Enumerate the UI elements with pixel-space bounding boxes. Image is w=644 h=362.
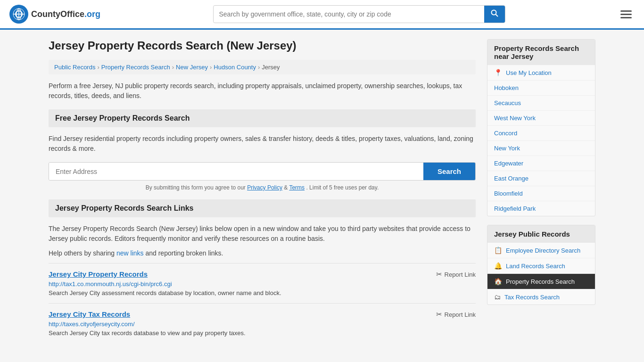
breadcrumb-property-records-search[interactable]: Property Records Search	[101, 64, 170, 71]
jersey-city-tax-records-link[interactable]: Jersey City Tax Records	[49, 310, 130, 318]
free-search-section-header: Free Jersey Property Records Search	[49, 109, 476, 127]
sidebar-public-records-header: Jersey Public Records	[487, 225, 595, 243]
sidebar-nearby-header: Property Records Search near Jersey	[487, 40, 595, 65]
jersey-city-property-records-link[interactable]: Jersey City Property Records	[49, 270, 148, 278]
privacy-policy-link[interactable]: Privacy Policy	[247, 184, 282, 191]
sidebar-item-land-records[interactable]: 🔔 Land Records Search	[487, 258, 595, 274]
main-container: Jersey Property Records Search (New Jers…	[39, 30, 605, 353]
global-search-button[interactable]	[484, 6, 505, 23]
link-desc-2: Search Jersey City tax records database …	[49, 329, 476, 337]
report-link-2[interactable]: ✂ Report Link	[436, 310, 476, 319]
land-records-icon: 🔔	[494, 262, 502, 270]
link-title-1: Jersey City Property Records	[49, 270, 148, 278]
free-search-description: Find Jersey residential property records…	[49, 134, 476, 154]
links-description-1: The Jersey Property Records Search (New …	[49, 224, 476, 244]
address-search-form: Search	[49, 162, 476, 181]
link-item: Jersey City Property Records ✂ Report Li…	[49, 263, 476, 303]
page-title: Jersey Property Records Search (New Jers…	[49, 39, 476, 52]
sidebar-item-new-york[interactable]: New York	[487, 141, 595, 156]
links-description-2: Help others by sharing new links and rep…	[49, 248, 476, 258]
sidebar-item-secaucus[interactable]: Secaucus	[487, 96, 595, 111]
page-description: Perform a free Jersey, NJ public propert…	[49, 81, 476, 101]
sidebar-public-records-section: Jersey Public Records 📋 Employee Directo…	[487, 225, 595, 305]
new-links-link[interactable]: new links	[116, 249, 144, 257]
property-records-icon: 🏠	[494, 278, 502, 285]
content-area: Jersey Property Records Search (New Jers…	[49, 39, 476, 343]
address-search-button[interactable]: Search	[423, 163, 475, 180]
link-desc-1: Search Jersey City assessment records da…	[49, 289, 476, 296]
svg-point-5	[491, 10, 496, 15]
report-icon-2: ✂	[436, 310, 442, 319]
tax-records-icon: 🗂	[494, 293, 501, 301]
logo-area: CountyOffice.org	[9, 5, 100, 24]
sidebar-item-edgewater[interactable]: Edgewater	[487, 156, 595, 171]
svg-line-6	[495, 15, 498, 17]
breadcrumb-hudson-county[interactable]: Hudson County	[214, 64, 256, 71]
location-pin-icon: 📍	[494, 69, 502, 76]
sidebar-item-hoboken[interactable]: Hoboken	[487, 81, 595, 96]
employee-directory-icon: 📋	[494, 247, 502, 254]
breadcrumb-new-jersey[interactable]: New Jersey	[176, 64, 208, 71]
site-header: CountyOffice.org	[0, 0, 644, 30]
sidebar: Property Records Search near Jersey 📍 Us…	[487, 39, 595, 343]
links-section: Jersey Property Records Search Links The…	[49, 199, 476, 343]
breadcrumb: Public Records › Property Records Search…	[49, 60, 476, 74]
logo-icon	[9, 5, 28, 24]
sidebar-item-bloomfield[interactable]: Bloomfield	[487, 186, 595, 201]
sidebar-item-west-new-york[interactable]: West New York	[487, 111, 595, 126]
links-section-header: Jersey Property Records Search Links	[49, 199, 476, 217]
use-my-location-item[interactable]: 📍 Use My Location	[487, 65, 595, 81]
link-title-2: Jersey City Tax Records	[49, 310, 130, 318]
sidebar-item-employee-directory[interactable]: 📋 Employee Directory Search	[487, 243, 595, 258]
sidebar-nearby-section: Property Records Search near Jersey 📍 Us…	[487, 39, 595, 216]
breadcrumb-current: Jersey	[262, 64, 280, 71]
use-my-location-link[interactable]: Use My Location	[506, 69, 552, 76]
sidebar-item-concord[interactable]: Concord	[487, 126, 595, 141]
global-search-container	[213, 5, 505, 23]
logo-text: CountyOffice.org	[31, 9, 100, 19]
sidebar-item-tax-records[interactable]: 🗂 Tax Records Search	[487, 289, 595, 304]
report-link-1[interactable]: ✂ Report Link	[436, 270, 476, 279]
link-url-1: http://tax1.co.monmouth.nj.us/cgi-bin/pr…	[49, 280, 476, 288]
link-item: Jersey City Tax Records ✂ Report Link ht…	[49, 303, 476, 343]
terms-link[interactable]: Terms	[289, 184, 305, 191]
sidebar-item-ridgefield-park[interactable]: Ridgefield Park	[487, 201, 595, 216]
address-search-input[interactable]	[49, 163, 423, 180]
link-url-2: http://taxes.cityofjerseycity.com/	[49, 321, 476, 328]
form-disclaimer: By submitting this form you agree to our…	[49, 184, 476, 191]
breadcrumb-public-records[interactable]: Public Records	[54, 64, 95, 71]
sidebar-item-property-records[interactable]: 🏠 Property Records Search	[487, 274, 595, 289]
global-search-input[interactable]	[214, 7, 484, 22]
hamburger-menu-button[interactable]	[618, 6, 635, 23]
report-icon-1: ✂	[436, 270, 442, 279]
sidebar-item-east-orange[interactable]: East Orange	[487, 171, 595, 186]
